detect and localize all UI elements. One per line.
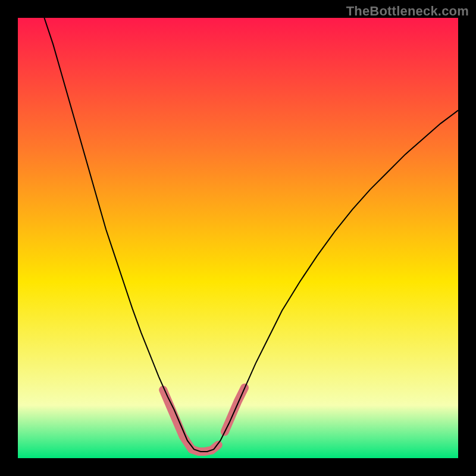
chart-frame: TheBottleneck.com	[0, 0, 476, 476]
bottleneck-chart	[18, 18, 458, 458]
watermark-text: TheBottleneck.com	[346, 4, 469, 19]
